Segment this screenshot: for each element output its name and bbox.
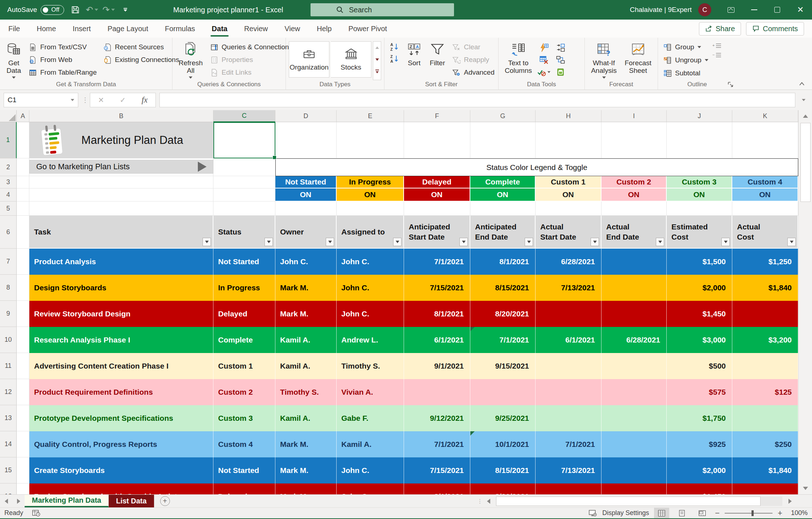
close-button[interactable]: ✕ (789, 0, 812, 20)
table-cell[interactable]: $3,200 (732, 327, 798, 353)
empty-cell[interactable] (17, 457, 29, 483)
clear-filter-button[interactable]: Clear (450, 41, 497, 53)
tab-insert[interactable]: Insert (64, 20, 99, 38)
zoom-in-icon[interactable]: + (778, 508, 782, 518)
row-header-10[interactable]: 10 (0, 327, 17, 353)
empty-cell[interactable] (17, 379, 29, 405)
empty-cell[interactable] (213, 202, 275, 216)
empty-cell[interactable] (337, 202, 404, 216)
table-cell[interactable]: 6/1/2021 (536, 327, 601, 353)
table-cell[interactable]: $2,000 (667, 275, 732, 301)
vertical-scrollbar[interactable] (798, 110, 812, 494)
display-settings-icon[interactable] (588, 510, 597, 517)
organization-data-type[interactable]: Organization (289, 41, 329, 78)
tab-power-pivot[interactable]: Power Pivot (340, 20, 395, 38)
table-cell[interactable]: $925 (667, 431, 732, 457)
properties-button[interactable]: Properties (208, 54, 295, 66)
from-table-range-button[interactable]: From Table/Range (26, 67, 99, 78)
table-cell[interactable] (601, 353, 667, 379)
empty-cell[interactable] (404, 122, 470, 158)
sheet-nav-right-icon[interactable] (12, 495, 25, 507)
table-cell[interactable]: 7/1/2021 (404, 431, 470, 457)
empty-cell[interactable] (275, 122, 337, 158)
table-cell[interactable]: Research Analysis Phase I (29, 327, 213, 353)
table-cell[interactable]: Timothy S. (337, 353, 404, 379)
table-cell[interactable]: 9/12/2021 (404, 405, 470, 431)
column-header-J[interactable]: J (667, 110, 732, 122)
tab-formulas[interactable]: Formulas (157, 20, 203, 38)
table-cell[interactable]: Vivian A. (337, 379, 404, 405)
table-cell[interactable]: 7/15/2021 (404, 457, 470, 483)
empty-cell[interactable] (732, 122, 798, 158)
existing-connections-button[interactable]: Existing Connections (101, 54, 182, 66)
legend-toggle-custom3[interactable]: ON (667, 188, 732, 202)
legend-toggle-custom1[interactable]: ON (536, 188, 601, 202)
table-cell[interactable]: Gabe F. (337, 405, 404, 431)
avatar[interactable]: C (698, 3, 711, 16)
row-header-15[interactable]: 15 (0, 457, 17, 483)
table-cell[interactable]: 8/20/2021 (470, 483, 536, 494)
formula-bar-splitter[interactable]: ⋮ (82, 99, 86, 102)
display-settings-label[interactable]: Display Settings (602, 509, 649, 517)
legend-toggle-in_progress[interactable]: ON (337, 188, 404, 202)
empty-cell[interactable] (667, 202, 732, 216)
filter-button-ribbon[interactable]: Filter (426, 39, 448, 80)
row-header-13[interactable]: 13 (0, 405, 17, 431)
table-cell[interactable]: 7/1/2021 (536, 431, 601, 457)
table-cell[interactable]: Andrew L. (337, 327, 404, 353)
table-cell[interactable]: $1,840 (732, 275, 798, 301)
column-header-F[interactable]: F (404, 110, 470, 122)
filter-dropdown-icon[interactable] (787, 238, 796, 246)
empty-cell[interactable] (536, 122, 601, 158)
table-cell[interactable]: 7/1/2021 (470, 327, 536, 353)
ribbon-display-options-button[interactable] (719, 0, 742, 20)
legend-toggle-delayed[interactable]: ON (404, 188, 470, 202)
table-cell[interactable]: $1,500 (667, 249, 732, 275)
table-cell[interactable]: Mark M. (275, 431, 337, 457)
stocks-data-type[interactable]: Stocks (331, 41, 371, 78)
empty-cell[interactable] (17, 405, 29, 431)
text-to-columns-button[interactable]: Text to Columns (501, 39, 535, 80)
new-sheet-icon[interactable]: + (160, 496, 170, 506)
row-header-2[interactable]: 2 (0, 158, 17, 176)
table-cell[interactable]: 8/1/2021 (404, 301, 470, 327)
table-cell[interactable]: 8/20/2021 (470, 301, 536, 327)
empty-cell[interactable] (17, 249, 29, 275)
table-cell[interactable]: Create Storyboards (29, 457, 213, 483)
empty-cell[interactable] (601, 122, 667, 158)
scroll-left-icon[interactable] (484, 496, 493, 506)
table-cell[interactable]: $3,000 (667, 327, 732, 353)
table-cell[interactable]: Review Storyboards with Graphic Artists (29, 483, 213, 494)
collapse-ribbon-icon[interactable] (798, 81, 806, 87)
table-cell[interactable]: Mark M. (275, 457, 337, 483)
selected-cell-c1[interactable] (213, 122, 275, 158)
table-cell[interactable]: Kamil A. (337, 431, 404, 457)
forecast-sheet-button[interactable]: Forecast Sheet (621, 39, 655, 80)
tab-splitter[interactable]: ⋮ (477, 500, 481, 502)
tab-help[interactable]: Help (308, 20, 340, 38)
table-cell[interactable] (404, 379, 470, 405)
search-box[interactable]: Search (311, 3, 454, 16)
enter-icon[interactable]: ✓ (112, 93, 134, 107)
table-cell[interactable]: Mark M. (275, 275, 337, 301)
table-cell[interactable]: 8/1/2021 (404, 483, 470, 494)
table-cell[interactable]: 8/15/2021 (470, 457, 536, 483)
empty-cell[interactable] (213, 188, 275, 202)
scroll-down-icon[interactable] (799, 482, 812, 494)
macro-record-icon[interactable] (32, 509, 41, 517)
sheet-tab-list-data[interactable]: List Data (109, 495, 154, 507)
autosave-toggle[interactable]: AutoSave Off (7, 5, 64, 15)
from-text-csv-button[interactable]: From Text/CSV (26, 41, 99, 53)
table-cell[interactable]: Advertising Content Creation Phase I (29, 353, 213, 379)
zoom-slider[interactable] (725, 513, 773, 514)
tab-view[interactable]: View (276, 20, 308, 38)
table-cell[interactable]: $1,450 (667, 301, 732, 327)
table-cell[interactable]: Custom 2 (213, 379, 275, 405)
table-cell[interactable]: Mark M. (275, 301, 337, 327)
row-header-8[interactable]: 8 (0, 275, 17, 301)
empty-cell[interactable] (470, 202, 536, 216)
row-header-9[interactable]: 9 (0, 301, 17, 327)
tab-file[interactable]: File (0, 20, 28, 38)
page-layout-view-button[interactable] (674, 508, 690, 519)
table-cell[interactable]: $2,000 (667, 457, 732, 483)
